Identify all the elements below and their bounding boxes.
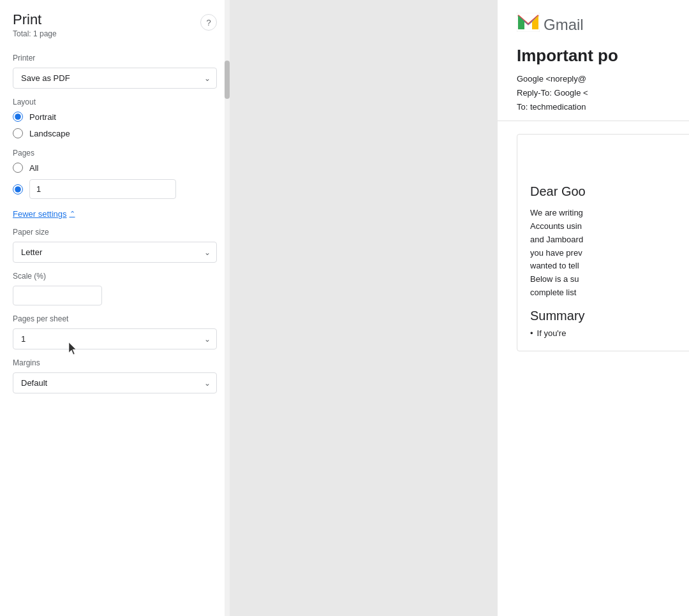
fewer-settings-button[interactable]: Fewer settings ⌃ <box>13 209 75 219</box>
panel-body: Printer Save as PDF Microsoft Print to P… <box>0 45 230 616</box>
pages-section: Pages All 1 <box>13 149 217 199</box>
paper-size-select-wrapper: Letter A4 Legal ⌄ <box>13 242 217 263</box>
pages-options: All 1 <box>13 163 217 199</box>
landscape-radio[interactable] <box>13 128 23 138</box>
email-meta-from: Google <noreply@ Reply-To: Google < To: … <box>517 72 689 114</box>
pages-all-option[interactable]: All <box>13 163 217 173</box>
layout-section: Layout Portrait Landscape <box>13 98 217 138</box>
scrollbar-track <box>225 0 230 616</box>
groovy-watermark-area: groovyPost.com <box>498 601 689 616</box>
pages-custom-row: 1 <box>13 179 217 199</box>
pages-per-sheet-section: Pages per sheet 1 2 4 6 9 16 ⌄ <box>13 314 217 349</box>
fewer-settings-label: Fewer settings <box>13 209 67 219</box>
email-body: Goog Dear Goo We are writing Accounts us… <box>498 121 689 601</box>
pages-per-sheet-select-wrapper: 1 2 4 6 9 16 ⌄ <box>13 328 217 349</box>
pages-custom-input[interactable]: 1 <box>29 179 176 199</box>
portrait-radio[interactable] <box>13 112 23 122</box>
gmail-text-label: Gmail <box>544 16 584 34</box>
pages-all-radio[interactable] <box>13 163 23 173</box>
email-dear-text: Dear Goo <box>530 184 689 199</box>
print-preview-area <box>230 0 498 616</box>
printer-select-wrapper: Save as PDF Microsoft Print to PDF OneNo… <box>13 68 217 89</box>
paper-size-label: Paper size <box>13 228 217 237</box>
pages-per-sheet-select[interactable]: 1 2 4 6 9 16 <box>13 328 217 349</box>
scale-label: Scale (%) <box>13 272 217 281</box>
scrollbar-thumb[interactable] <box>225 61 230 99</box>
email-bullet-item: • If you're <box>530 328 689 338</box>
scale-input[interactable]: 100 <box>13 286 102 305</box>
pages-custom-radio[interactable] <box>13 184 23 194</box>
right-area: Gmail Important po Google <noreply@ Repl… <box>230 0 689 616</box>
landscape-label: Landscape <box>29 129 70 138</box>
pages-all-label: All <box>29 163 38 173</box>
bullet-dot: • <box>530 328 533 338</box>
email-replyto-line: Reply-To: Google < <box>517 86 689 100</box>
landscape-option[interactable]: Landscape <box>13 128 217 138</box>
email-summary-heading: Summary <box>530 309 689 323</box>
email-inner-card: Goog Dear Goo We are writing Accounts us… <box>517 134 689 351</box>
margins-select[interactable]: Default None Minimum Custom <box>13 372 217 393</box>
help-button[interactable]: ? <box>200 14 217 31</box>
email-from-line: Google <noreply@ <box>517 72 689 86</box>
gmail-m-icon <box>517 13 540 37</box>
google-logo-row: Goog <box>530 147 689 174</box>
margins-label: Margins <box>13 358 217 367</box>
portrait-label: Portrait <box>29 112 56 122</box>
layout-label: Layout <box>13 98 217 106</box>
printer-select[interactable]: Save as PDF Microsoft Print to PDF OneNo… <box>13 68 217 89</box>
fewer-settings-chevron-icon: ⌃ <box>70 210 75 218</box>
layout-radio-group: Portrait Landscape <box>13 112 217 138</box>
email-paragraph: We are writing Accounts usin and Jamboar… <box>530 207 689 300</box>
print-panel: Print Total: 1 page ? Printer Save as PD… <box>0 0 230 616</box>
email-subject-title: Important po <box>517 46 689 66</box>
gmail-logo: Gmail <box>517 13 689 37</box>
bullet-text: If you're <box>537 328 567 338</box>
printer-label: Printer <box>13 54 217 62</box>
pages-per-sheet-label: Pages per sheet <box>13 314 217 323</box>
print-subtitle: Total: 1 page <box>13 29 57 38</box>
title-group: Print Total: 1 page <box>13 11 57 38</box>
panel-header: Print Total: 1 page ? <box>0 0 230 45</box>
portrait-option[interactable]: Portrait <box>13 112 217 122</box>
email-to-line: To: techmedication <box>517 100 689 114</box>
gmail-header: Gmail Important po Google <noreply@ Repl… <box>498 0 689 121</box>
pages-label: Pages <box>13 149 217 158</box>
paper-size-section: Paper size Letter A4 Legal ⌄ <box>13 228 217 263</box>
print-title: Print <box>13 11 57 28</box>
email-panel: Gmail Important po Google <noreply@ Repl… <box>498 0 689 616</box>
margins-select-wrapper: Default None Minimum Custom ⌄ <box>13 372 217 393</box>
margins-section: Margins Default None Minimum Custom ⌄ <box>13 358 217 393</box>
scale-section: Scale (%) 100 <box>13 272 217 305</box>
paper-size-select[interactable]: Letter A4 Legal <box>13 242 217 263</box>
